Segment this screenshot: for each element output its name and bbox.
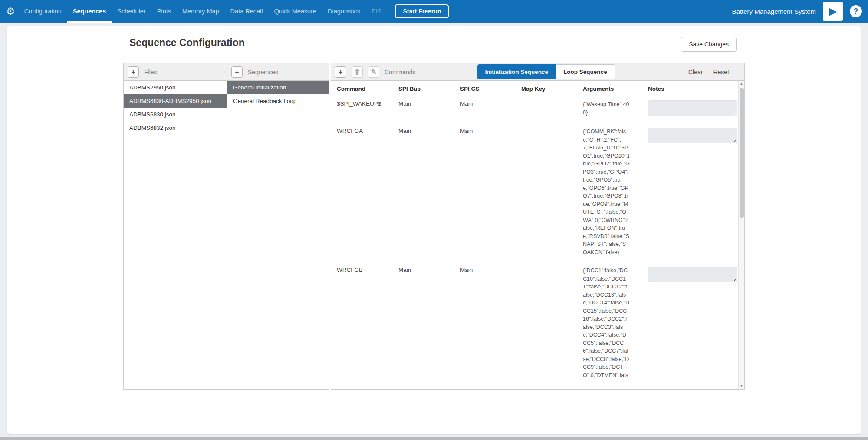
save-changes-button[interactable]: Save Changes (681, 37, 737, 52)
nav-item-plots[interactable]: Plots (151, 0, 177, 23)
file-item[interactable]: ADBMS6832.json (124, 121, 227, 135)
scroll-down-icon[interactable]: ▼ (740, 383, 743, 389)
nav-item-eis: EIS (366, 0, 387, 23)
trash-icon (354, 69, 360, 75)
nav-item-configuration[interactable]: Configuration (19, 0, 67, 23)
nav-item-memory-map[interactable]: Memory Map (177, 0, 225, 23)
spi-bus-cell: Main (398, 267, 460, 379)
vertical-scrollbar[interactable]: ▲ ▼ (738, 81, 744, 389)
add-sequence-button[interactable]: + (231, 66, 243, 78)
tab-initialization-sequence[interactable]: Initialization Sequence (477, 64, 556, 79)
sequences-list: General Initialization General Readback … (227, 81, 329, 108)
clear-link[interactable]: Clear (688, 69, 703, 76)
topbar-right: Battery Management System ▶ ? (732, 2, 862, 21)
map-key-cell (521, 100, 583, 117)
file-item[interactable]: ADBMS2950.json (124, 81, 227, 94)
sequence-type-toggle: Initialization Sequence Loop Sequence (477, 64, 615, 79)
play-icon: ▶ (829, 6, 837, 17)
files-panel-label: Files (144, 69, 157, 76)
window-bottom-edge (0, 437, 868, 440)
column-header-map-key: Map Key (521, 86, 583, 92)
sequence-item[interactable]: General Readback Loop (227, 94, 329, 108)
nav-item-diagnostics[interactable]: Diagnostics (322, 0, 366, 23)
sequences-panel: + Sequences General Initialization Gener… (227, 63, 329, 390)
table-row[interactable]: $SPI_WAKEUP$ Main Main {"Wakeup Time":40… (331, 96, 744, 123)
add-command-button[interactable]: + (335, 66, 346, 78)
nav-item-scheduler[interactable]: Scheduler (112, 0, 151, 23)
map-key-cell (521, 267, 583, 379)
edit-command-button[interactable]: ✎ (368, 66, 379, 78)
files-panel-header: + Files (124, 63, 227, 81)
commands-panel: + ✎ Commands Initialization Sequence Loo… (331, 63, 745, 390)
arguments-cell: {"DCC1":false,"DCC10":false,"DCC11":fals… (583, 267, 636, 379)
sequences-panel-header: + Sequences (227, 63, 329, 81)
start-freerun-button[interactable]: Start Freerun (395, 4, 449, 18)
nav-item-sequences[interactable]: Sequences (67, 0, 112, 23)
column-header-arguments: Arguments (583, 86, 648, 92)
main-card: Sequence Configuration Save Changes + Fi… (7, 26, 861, 434)
commands-panel-label: Commands (385, 69, 416, 76)
scrollbar-track[interactable] (739, 87, 744, 383)
notes-input[interactable] (648, 100, 737, 116)
top-navigation-bar: ⚙ Configuration Sequences Scheduler Plot… (0, 0, 868, 23)
arguments-cell: {"COMM_BK":false,"CTH":2,"FC":7,"FLAG_D"… (583, 128, 636, 256)
column-header-spi-bus: SPI Bus (398, 86, 460, 92)
files-list: ADBMS2950.json ADBMS6830-ADBMS2950.json … (124, 81, 227, 135)
main-nav: Configuration Sequences Scheduler Plots … (19, 0, 388, 23)
command-cell: WRCFGA (337, 128, 398, 256)
commands-rows: $SPI_WAKEUP$ Main Main {"Wakeup Time":40… (331, 96, 744, 389)
delete-command-button[interactable] (352, 66, 363, 78)
sequences-panel-label: Sequences (248, 69, 278, 76)
arguments-cell: {"Wakeup Time":400} (583, 100, 636, 117)
gear-icon[interactable]: ⚙ (6, 6, 15, 17)
commands-table: Command SPI Bus SPI CS Map Key Arguments… (331, 81, 744, 389)
app-title: Battery Management System (732, 8, 816, 15)
nav-item-data-recall[interactable]: Data Recall (225, 0, 269, 23)
pencil-icon: ✎ (371, 68, 376, 76)
spi-bus-cell: Main (398, 128, 460, 256)
tab-loop-sequence[interactable]: Loop Sequence (556, 64, 615, 79)
spi-bus-cell: Main (398, 100, 460, 117)
scroll-up-icon[interactable]: ▲ (740, 81, 743, 87)
column-header-command: Command (337, 86, 398, 92)
page-title: Sequence Configuration (123, 37, 245, 49)
command-cell: WRCFGB (337, 267, 398, 379)
command-cell: $SPI_WAKEUP$ (337, 100, 398, 117)
column-header-notes: Notes (648, 86, 744, 92)
plus-icon: + (235, 68, 239, 76)
reset-link[interactable]: Reset (713, 69, 729, 76)
scrollbar-thumb[interactable] (740, 88, 744, 218)
add-file-button[interactable]: + (128, 66, 139, 78)
commands-table-header: Command SPI Bus SPI CS Map Key Arguments… (331, 81, 744, 96)
notes-input[interactable] (648, 267, 737, 282)
table-row[interactable]: WRCFGA Main Main {"COMM_BK":false,"CTH":… (331, 123, 744, 262)
nav-item-quick-measure[interactable]: Quick Measure (269, 0, 322, 23)
notes-input[interactable] (648, 128, 737, 143)
spi-cs-cell: Main (460, 100, 521, 117)
spi-cs-cell: Main (460, 267, 521, 379)
commands-panel-header: + ✎ Commands Initialization Sequence Loo… (331, 63, 744, 81)
file-item[interactable]: ADBMS6830.json (124, 108, 227, 121)
play-button[interactable]: ▶ (823, 2, 843, 21)
spi-cs-cell: Main (460, 128, 521, 256)
file-item-selected[interactable]: ADBMS6830-ADBMS2950.json (124, 94, 227, 108)
table-row[interactable]: WRCFGB Main Main {"DCC1":false,"DCC10":f… (331, 262, 744, 385)
help-icon[interactable]: ? (850, 5, 862, 17)
files-panel: + Files ADBMS2950.json ADBMS6830-ADBMS29… (123, 63, 227, 390)
column-header-spi-cs: SPI CS (460, 86, 521, 92)
plus-icon: + (131, 68, 135, 76)
sequence-item-selected[interactable]: General Initialization (227, 81, 329, 94)
map-key-cell (521, 128, 583, 256)
plus-icon: + (339, 68, 342, 76)
